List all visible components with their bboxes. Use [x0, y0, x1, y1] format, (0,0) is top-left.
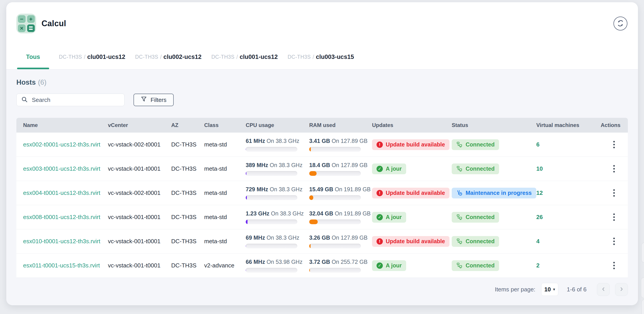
row-actions-button[interactable]	[611, 211, 617, 223]
az-cell: DC-TH3S	[164, 214, 198, 221]
ram-used-fill	[309, 195, 313, 200]
background-card-edge	[641, 277, 644, 298]
az-cell: DC-TH3S	[164, 238, 198, 245]
host-name-link[interactable]: esx010-t0001-ucs12-th3s.rvirt	[23, 238, 100, 245]
status-cell: Connected	[445, 163, 530, 174]
name-cell: esx010-t0001-ucs12-th3s.rvirt	[16, 238, 101, 245]
host-name-link[interactable]: esx004-t0001-ucs12-th3s.rvirt	[23, 189, 100, 196]
virtual-machines-cell: 6	[530, 141, 594, 148]
table-row: esx010-t0001-ucs12-th3s.rvirt vc-vstack-…	[16, 229, 628, 254]
class-cell: meta-std	[198, 141, 239, 148]
host-name-link[interactable]: esx008-t0001-ucs12-th3s.rvirt	[23, 214, 100, 220]
exclamation-circle-icon: !	[376, 238, 383, 245]
column-header-status: Status	[445, 122, 530, 128]
az-cell: DC-TH3S	[164, 262, 198, 269]
connected-hosts-icon	[456, 238, 463, 245]
column-header-az: AZ	[164, 122, 198, 128]
row-actions-button[interactable]	[611, 163, 617, 175]
updates-badge: ✓A jour	[372, 212, 406, 223]
host-name-link[interactable]: esx002-t0001-ucs12-th3s.rvirt	[23, 141, 100, 148]
maintenance-icon	[456, 190, 463, 196]
host-name-link[interactable]: esx003-t0001-ucs12-th3s.rvirt	[23, 165, 100, 172]
cpu-usage-fill	[246, 219, 248, 224]
column-header-vcenter: vCenter	[101, 122, 164, 128]
tab-cluster-1[interactable]: DC-TH3S/clu001-ucs12	[59, 45, 126, 69]
updates-cell: ✓A jour	[365, 260, 445, 271]
connected-hosts-icon	[456, 165, 463, 172]
cpu-usage-bar	[246, 244, 297, 248]
column-header-name: Name	[16, 122, 101, 128]
column-header-actions: Actions	[594, 122, 628, 128]
cpu-usage-fill	[246, 244, 246, 248]
virtual-machines-cell: 12	[530, 189, 594, 196]
cpu-usage-bar	[246, 171, 297, 176]
ram-used-text: 3.72 GB On 255.72 GB	[309, 259, 365, 265]
cpu-usage-fill	[246, 171, 246, 176]
tab-cluster-name: clu002-ucs12	[163, 53, 202, 60]
vm-count-link[interactable]: 2	[536, 262, 540, 269]
page-size-select[interactable]: 10 ▾	[541, 283, 558, 296]
vm-count-link[interactable]: 6	[536, 141, 540, 148]
vm-count-link[interactable]: 10	[536, 165, 543, 172]
updates-cell: !Update build available	[365, 139, 445, 150]
ram-used-cell: 3.26 GB On 127.89 GB	[302, 234, 365, 248]
vcenter-cell: vc-vstack-001-t0001	[101, 214, 164, 221]
status-badge: Maintenance in progress	[452, 188, 536, 198]
page-header: − + × Calcul	[6, 2, 638, 45]
row-actions-button[interactable]	[611, 187, 617, 199]
filters-button[interactable]: Filters	[134, 94, 174, 106]
tab-cluster-4[interactable]: DC-TH3S/clu003-ucs15	[288, 45, 354, 69]
vm-count-link[interactable]: 4	[536, 238, 540, 245]
tab-cluster-2[interactable]: DC-TH3S/clu002-ucs12	[135, 45, 202, 69]
table-row: esx004-t0001-ucs12-th3s.rvirt vc-vstack-…	[16, 181, 628, 205]
vm-count-link[interactable]: 12	[536, 189, 543, 196]
updates-cell: !Update build available	[365, 236, 445, 247]
previous-page-button[interactable]	[597, 283, 610, 296]
search-input[interactable]	[32, 97, 120, 104]
table-row: esx011-t0001-ucs15-th3s.rvirt vc-vstack-…	[16, 254, 628, 278]
az-cell: DC-TH3S	[164, 141, 198, 148]
vcenter-cell: vc-vstack-001-t0001	[101, 165, 164, 172]
equals-key-icon	[27, 24, 35, 32]
minus-key-icon: −	[18, 15, 26, 23]
status-badge: Connected	[452, 163, 499, 174]
name-cell: esx003-t0001-ucs12-th3s.rvirt	[16, 165, 101, 172]
cluster-tabs: TousDC-TH3S/clu001-ucs12DC-TH3S/clu002-u…	[6, 45, 638, 69]
next-page-button[interactable]	[615, 283, 628, 296]
tab-separator: /	[160, 54, 162, 60]
updates-badge-label: Update build available	[386, 238, 445, 245]
connected-icon	[456, 165, 463, 172]
check-circle-icon: ✓	[376, 214, 383, 220]
column-header-cpu-usage: CPU usage	[239, 122, 302, 128]
tab-cluster-3[interactable]: DC-TH3S/clu001-ucs12	[212, 45, 278, 69]
virtual-machines-cell: 26	[530, 214, 594, 221]
updates-badge-label: A jour	[386, 165, 402, 172]
host-count: (6)	[38, 78, 46, 86]
row-actions-button[interactable]	[611, 260, 617, 272]
cpu-usage-text: 69 MHz On 38.3 GHz	[246, 234, 302, 241]
ram-used-fill	[309, 244, 310, 248]
status-badge-label: Connected	[466, 141, 494, 148]
plus-key-icon: +	[27, 15, 35, 23]
vm-count-link[interactable]: 26	[536, 214, 543, 220]
cpu-usage-text: 61 MHz On 38.3 GHz	[246, 138, 302, 144]
row-actions-button[interactable]	[611, 139, 617, 151]
host-name-link[interactable]: esx011-t0001-ucs15-th3s.rvirt	[23, 262, 100, 269]
multiply-key-icon: ×	[18, 24, 26, 32]
cpu-usage-fill	[246, 195, 247, 200]
tab-dc-prefix: DC-TH3S	[59, 54, 82, 60]
content-section: Hosts(6) Filters	[6, 69, 638, 305]
vcenter-cell: vc-vstack-002-t0001	[101, 189, 164, 196]
class-cell: meta-std	[198, 165, 239, 172]
tab-all[interactable]: Tous	[17, 45, 49, 69]
updates-badge-label: Update build available	[386, 190, 445, 196]
updates-cell: !Update build available	[365, 188, 445, 198]
ram-used-bar	[309, 147, 361, 152]
refresh-button[interactable]	[614, 16, 628, 30]
virtual-machines-cell: 4	[530, 238, 594, 245]
row-actions-button[interactable]	[611, 235, 617, 247]
cpu-usage-text: 66 MHz On 53.98 GHz	[246, 259, 302, 265]
name-cell: esx008-t0001-ucs12-th3s.rvirt	[16, 214, 101, 221]
ram-used-fill	[309, 268, 310, 273]
actions-cell	[594, 187, 628, 199]
